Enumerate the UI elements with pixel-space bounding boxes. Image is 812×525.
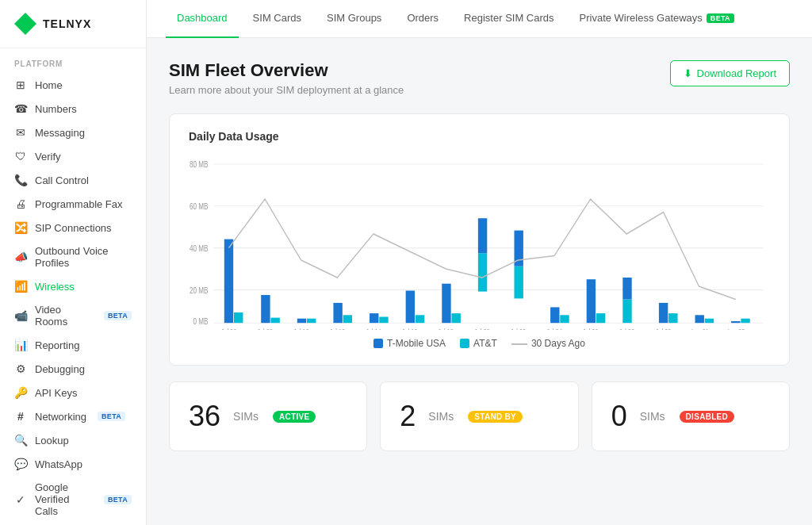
google-verified-icon: ✓ <box>14 493 27 506</box>
chart-svg: 80 MB 60 MB 40 MB 20 MB 0 MB <box>189 155 770 330</box>
verify-icon: 🛡 <box>14 150 27 163</box>
svg-text:Jul 20: Jul 20 <box>474 327 490 330</box>
svg-rect-19 <box>416 315 424 323</box>
svg-rect-18 <box>406 291 415 324</box>
bar-tmobile <box>224 240 233 324</box>
sidebar-item-api-keys[interactable]: 🔑 API Keys <box>0 381 146 404</box>
svg-rect-32 <box>659 303 668 323</box>
svg-rect-37 <box>741 319 749 324</box>
sidebar-item-label: Messaging <box>35 127 85 139</box>
sidebar-item-label: Lookup <box>35 435 69 446</box>
logo-text: TELNYX <box>43 17 91 30</box>
sidebar-logo: TELNYX <box>0 0 146 48</box>
svg-text:20 MB: 20 MB <box>190 285 208 296</box>
sidebar-item-label: Wireless <box>35 281 75 293</box>
sidebar-item-label: Outbound Voice Profiles <box>35 245 132 269</box>
svg-rect-20 <box>442 284 450 324</box>
sidebar-item-networking[interactable]: # Networking BETA <box>0 404 146 428</box>
sidebar-item-label: Call Control <box>35 174 89 186</box>
tmobile-legend-dot <box>373 339 383 348</box>
svg-rect-22 <box>478 253 487 291</box>
sidebar-item-debugging[interactable]: ⚙ Debugging <box>0 357 146 381</box>
tab-sim-cards[interactable]: SIM Cards <box>242 0 312 38</box>
sidebar-item-label: Verify <box>35 151 61 163</box>
top-navigation: Dashboard SIM Cards SIM Groups Orders Re… <box>147 0 812 38</box>
sidebar-item-video-rooms[interactable]: 📹 Video Rooms BETA <box>0 298 146 333</box>
voice-icon: 📣 <box>14 251 27 263</box>
stat-card-active: 36 SIMs ACTIVE <box>169 381 367 451</box>
home-icon: ⊞ <box>14 79 27 91</box>
svg-rect-30 <box>622 300 631 324</box>
sidebar-item-call-control[interactable]: 📞 Call Control <box>0 168 146 192</box>
sidebar-item-messaging[interactable]: ✉ Messaging <box>0 121 146 144</box>
sidebar-item-label: Reporting <box>35 339 79 351</box>
sidebar-item-verify[interactable]: 🛡 Verify <box>0 144 146 168</box>
page-subtitle: Learn more about your SIM deployment at … <box>169 84 404 96</box>
active-sim-count: 36 <box>189 400 220 433</box>
disabled-sim-label: SIMs <box>640 410 665 423</box>
sidebar-item-home[interactable]: ⊞ Home <box>0 73 146 97</box>
svg-text:Jul 08: Jul 08 <box>257 327 273 330</box>
download-report-button[interactable]: ⬇ Download Report <box>670 60 790 86</box>
chart-title: Daily Data Usage <box>189 130 770 143</box>
page-header: SIM Fleet Overview Learn more about your… <box>169 60 790 96</box>
sidebar-item-lookup[interactable]: 🔍 Lookup <box>0 428 146 452</box>
sip-icon: 🔀 <box>14 221 27 234</box>
stat-card-disabled: 0 SIMs DISABLED <box>592 381 790 451</box>
chart-wrapper: 80 MB 60 MB 40 MB 20 MB 0 MB <box>189 155 770 330</box>
svg-rect-14 <box>333 303 342 323</box>
sidebar-item-google-verified[interactable]: ✓ Google Verified Calls BETA <box>0 476 146 523</box>
debugging-icon: ⚙ <box>14 362 27 375</box>
legend-att: AT&T <box>460 338 497 349</box>
legend-tmobile: T-Mobile USA <box>373 338 446 349</box>
svg-text:Aug 03: Aug 03 <box>726 327 745 330</box>
tab-register-sim[interactable]: Register SIM Cards <box>453 0 565 38</box>
chart-legend: T-Mobile USA AT&T 30 Days Ago <box>189 338 770 349</box>
svg-rect-34 <box>695 315 704 323</box>
svg-rect-24 <box>514 266 523 299</box>
sidebar-item-reporting[interactable]: 📊 Reporting <box>0 333 146 357</box>
sidebar-item-numbers[interactable]: ☎ Numbers <box>0 97 146 121</box>
private-wireless-beta-badge: BETA <box>707 13 734 23</box>
sidebar-item-sip[interactable]: 🔀 SIP Connections <box>0 216 146 240</box>
sidebar-item-label: Home <box>35 79 63 91</box>
tab-sim-groups[interactable]: SIM Groups <box>316 0 393 38</box>
svg-text:40 MB: 40 MB <box>190 243 208 254</box>
sidebar-item-whatsapp[interactable]: 💬 WhatsApp <box>0 452 146 476</box>
sidebar-item-label: Programmable Fax <box>35 198 123 210</box>
telnyx-logo-icon <box>14 13 36 35</box>
api-keys-icon: 🔑 <box>14 386 27 399</box>
sidebar-item-programmable-fax[interactable]: 🖨 Programmable Fax <box>0 192 146 216</box>
sidebar-item-label: API Keys <box>35 387 77 399</box>
svg-rect-36 <box>731 321 740 323</box>
download-icon: ⬇ <box>684 67 692 79</box>
standby-sim-label: SIMs <box>428 410 454 423</box>
svg-rect-23 <box>478 218 487 253</box>
sidebar: TELNYX PLATFORM ⊞ Home ☎ Numbers ✉ Messa… <box>0 0 147 525</box>
svg-text:Aug 01: Aug 01 <box>691 327 709 330</box>
sidebar-item-wireless[interactable]: 📶 Wireless <box>0 274 146 298</box>
sidebar-item-label: Video Rooms <box>35 304 93 328</box>
sidebar-item-outbound-voice[interactable]: 📣 Outbound Voice Profiles <box>0 240 146 274</box>
svg-text:Jul 16: Jul 16 <box>402 327 418 330</box>
svg-rect-33 <box>668 313 677 323</box>
svg-text:60 MB: 60 MB <box>190 201 208 212</box>
svg-text:Jul 18: Jul 18 <box>438 327 454 330</box>
whatsapp-icon: 💬 <box>14 458 27 470</box>
standby-badge: STAND BY <box>468 411 523 423</box>
svg-rect-10 <box>261 295 270 323</box>
beta-badge-networking: BETA <box>98 412 125 421</box>
tab-orders[interactable]: Orders <box>396 0 450 38</box>
standby-sim-count: 2 <box>400 400 416 433</box>
att-legend-dot <box>460 339 469 348</box>
svg-text:0 MB: 0 MB <box>193 316 208 327</box>
sidebar-item-label: Numbers <box>35 103 77 115</box>
platform-section-label: PLATFORM <box>0 48 146 73</box>
svg-text:Jul 14: Jul 14 <box>366 327 381 330</box>
tab-dashboard[interactable]: Dashboard <box>166 0 239 38</box>
att-legend-label: AT&T <box>473 338 497 349</box>
reporting-icon: 📊 <box>14 339 27 351</box>
sidebar-item-label: Debugging <box>35 363 85 375</box>
svg-text:Jul 24: Jul 24 <box>546 327 562 330</box>
tab-private-wireless[interactable]: Private Wireless Gateways BETA <box>569 0 745 38</box>
